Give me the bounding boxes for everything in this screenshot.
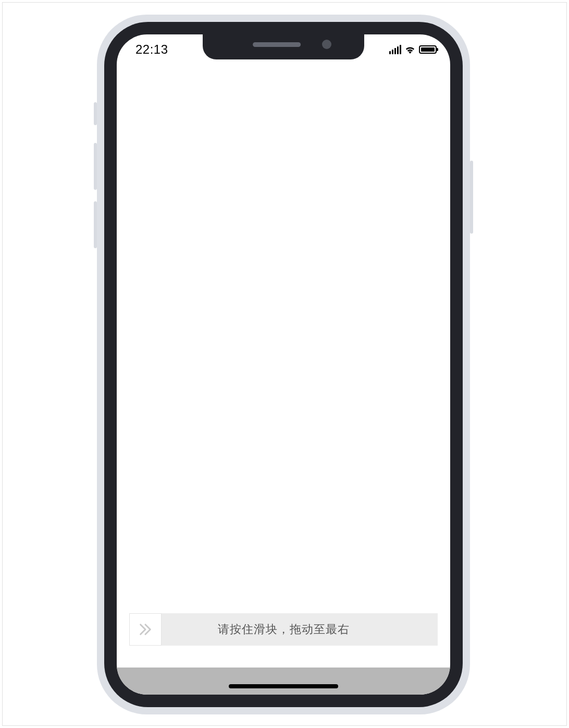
status-bar: 22:13 <box>117 34 450 59</box>
phone-device-frame: 22:13 <box>97 15 470 714</box>
mute-switch <box>94 102 97 125</box>
bottom-safe-area <box>117 668 450 695</box>
volume-down-button <box>94 201 97 248</box>
battery-icon <box>419 45 437 54</box>
home-indicator[interactable] <box>229 684 338 688</box>
cellular-signal-icon <box>388 45 401 54</box>
double-chevron-right-icon <box>138 622 153 637</box>
slide-captcha[interactable]: 请按住滑块，拖动至最右 <box>129 613 438 646</box>
wifi-icon <box>404 45 416 54</box>
slide-captcha-handle[interactable] <box>129 613 162 646</box>
status-right-icons <box>388 45 437 54</box>
phone-screen: 22:13 <box>117 34 450 695</box>
slide-captcha-instruction: 请按住滑块，拖动至最右 <box>162 622 438 637</box>
status-time: 22:13 <box>135 42 168 57</box>
volume-up-button <box>94 143 97 190</box>
phone-bezel: 22:13 <box>104 22 463 707</box>
power-button <box>470 161 473 234</box>
